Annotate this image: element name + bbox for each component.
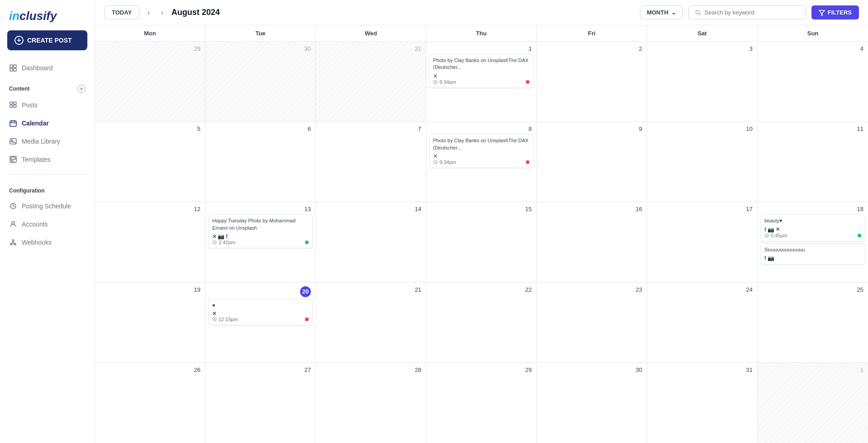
cal-cell-2-aug[interactable]: 2	[537, 42, 647, 121]
today-button[interactable]: TODAY	[104, 5, 139, 19]
calendar-week-5: 26 27 28 29 30 31 1	[95, 363, 868, 443]
sidebar-item-accounts[interactable]: Accounts	[4, 216, 91, 233]
calendar-week-4: 19 20 ♥ ✕ 12:15p	[95, 283, 868, 363]
cal-cell-10-aug[interactable]: 10	[647, 122, 758, 202]
cal-cell-14-aug[interactable]: 14	[316, 202, 426, 282]
instagram-icon: 📷	[768, 255, 774, 261]
media-icon	[9, 137, 17, 145]
sidebar-item-calendar[interactable]: Calendar	[4, 115, 91, 132]
svg-rect-0	[10, 65, 13, 67]
filter-icon	[819, 10, 825, 16]
cal-cell-30-jul[interactable]: 30	[205, 42, 316, 121]
header-sun: Sun	[758, 25, 868, 41]
create-post-button[interactable]: + CREATE POST	[7, 30, 87, 50]
sidebar-item-webhooks[interactable]: Webhooks	[4, 234, 91, 251]
search-box[interactable]	[688, 5, 806, 19]
header-sat: Sat	[647, 25, 758, 41]
status-dot-green	[858, 234, 861, 237]
header-thu: Thu	[426, 25, 537, 41]
svg-rect-5	[14, 102, 16, 104]
cal-cell-12-aug[interactable]: 12	[95, 202, 205, 282]
next-month-button[interactable]: ›	[158, 7, 166, 19]
svg-rect-4	[10, 102, 13, 104]
cal-cell-8-aug[interactable]: 8 Photo by Clay Banks on UnsplashThe DAX…	[426, 122, 537, 202]
cal-cell-17-aug[interactable]: 17	[647, 202, 758, 282]
templates-icon	[9, 155, 17, 164]
clock-icon	[433, 80, 438, 84]
sidebar-item-media-library[interactable]: Media Library	[4, 133, 91, 150]
cal-cell-27-aug[interactable]: 27	[205, 363, 316, 443]
calendar-week-2: 5 6 7 8 Photo by Clay Banks on UnsplashT…	[95, 122, 868, 202]
main-content: TODAY ‹ › August 2024 MONTH ⌄ FILTERS Mo…	[95, 0, 868, 443]
plus-circle-icon: +	[14, 36, 24, 45]
chevron-down-icon: ⌄	[671, 9, 676, 16]
facebook-icon: f	[226, 233, 228, 240]
event-card[interactable]: Photo by Clay Banks on UnsplashThe DAX (…	[429, 134, 534, 168]
cal-cell-31-jul[interactable]: 31	[316, 42, 426, 121]
cal-cell-15-aug[interactable]: 15	[426, 202, 537, 282]
svg-rect-6	[10, 105, 13, 107]
cal-cell-13-aug[interactable]: 13 Happy Tuesday Photo by Mohammad Emami…	[205, 202, 316, 282]
cal-cell-30-aug[interactable]: 30	[537, 363, 647, 443]
sidebar-item-posting-schedule[interactable]: Posting Schedule	[4, 197, 91, 215]
cal-cell-19-aug[interactable]: 19	[95, 283, 205, 362]
x-icon: ✕	[433, 73, 438, 79]
x-icon: ✕	[433, 153, 438, 159]
prev-month-button[interactable]: ‹	[145, 7, 153, 19]
calendar-week-3: 12 13 Happy Tuesday Photo by Mohammad Em…	[95, 202, 868, 282]
svg-rect-7	[14, 105, 16, 107]
header-wed: Wed	[316, 25, 426, 41]
event-card-beauty[interactable]: beauty♥ f 📷 ✕ 5:45pm	[760, 214, 865, 241]
cal-cell-26-aug[interactable]: 26	[95, 363, 205, 443]
cal-cell-22-aug[interactable]: 22	[426, 283, 537, 362]
config-section-label: Configuration	[0, 180, 95, 197]
cal-cell-23-aug[interactable]: 23	[537, 283, 647, 362]
clock-icon	[764, 233, 769, 238]
month-title: August 2024	[172, 8, 634, 17]
cal-cell-6-aug[interactable]: 6	[205, 122, 316, 202]
cal-cell-9-aug[interactable]: 9	[537, 122, 647, 202]
cal-cell-29-aug[interactable]: 29	[426, 363, 537, 443]
add-content-icon[interactable]: +	[77, 85, 86, 93]
accounts-icon	[9, 220, 17, 228]
search-input[interactable]	[705, 9, 799, 16]
filters-button[interactable]: FILTERS	[811, 5, 859, 19]
sidebar-item-templates[interactable]: Templates	[4, 151, 91, 168]
calendar-grid: 29 30 31 1 Photo by Clay Banks on Unspla…	[95, 42, 868, 443]
event-card-siu[interactable]: Siuuuuuuuuuuuuu f 📷	[760, 243, 865, 265]
cal-cell-20-aug[interactable]: 20 ♥ ✕ 12:15pm	[205, 283, 316, 362]
event-card[interactable]: Happy Tuesday Photo by Mohammad Emami on…	[208, 214, 313, 248]
app-logo: inclusify	[9, 9, 57, 23]
cal-cell-25-aug[interactable]: 25	[758, 283, 868, 362]
cal-cell-3-aug[interactable]: 3	[647, 42, 758, 121]
month-selector-button[interactable]: MONTH ⌄	[640, 5, 683, 19]
cal-cell-28-aug[interactable]: 28	[316, 363, 426, 443]
cal-cell-16-aug[interactable]: 16	[537, 202, 647, 282]
cal-cell-24-aug[interactable]: 24	[647, 283, 758, 362]
sidebar-item-posts[interactable]: Posts	[4, 96, 91, 114]
x-icon: ✕	[212, 311, 216, 317]
calendar-icon	[9, 119, 17, 127]
posts-icon	[9, 101, 17, 109]
cal-cell-29-jul[interactable]: 29	[95, 42, 205, 121]
cal-cell-5-aug[interactable]: 5	[95, 122, 205, 202]
cal-cell-21-aug[interactable]: 21	[316, 283, 426, 362]
header-fri: Fri	[537, 25, 647, 41]
svg-point-20	[12, 222, 14, 224]
cal-cell-18-aug[interactable]: 18 beauty♥ f 📷 ✕	[758, 202, 868, 282]
cal-cell-1-aug[interactable]: 1 Photo by Clay Banks on UnsplashThe DAX…	[426, 42, 537, 121]
svg-rect-15	[11, 157, 15, 159]
sidebar: inclusify + CREATE POST Dashboard Conten…	[0, 0, 95, 443]
status-dot-red	[305, 318, 309, 321]
cal-cell-7-aug[interactable]: 7	[316, 122, 426, 202]
svg-point-19	[10, 206, 11, 207]
cal-cell-31-aug[interactable]: 31	[647, 363, 758, 443]
cal-cell-1-sep[interactable]: 1	[758, 363, 868, 443]
dashboard-icon	[9, 64, 17, 72]
header-mon: Mon	[95, 25, 205, 41]
sidebar-item-dashboard[interactable]: Dashboard	[4, 59, 91, 77]
event-card-heart[interactable]: ♥ ✕ 12:15pm	[208, 299, 313, 325]
cal-cell-11-aug[interactable]: 11	[758, 122, 868, 202]
cal-cell-4-aug[interactable]: 4	[758, 42, 868, 121]
event-card[interactable]: Photo by Clay Banks on UnsplashThe DAX (…	[429, 54, 534, 88]
